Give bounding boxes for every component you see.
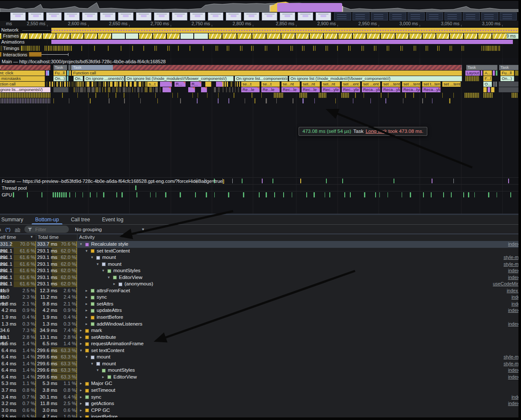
activity-cell[interactable]: ▸ EditorView index.js — [77, 374, 521, 381]
flame-event-run-microtasks[interactable]: Run microtasks — [0, 76, 45, 81]
column-header-self-time[interactable]: Self time — [0, 235, 16, 240]
flame-event-reca-yle[interactable]: Reca...yle — [382, 87, 400, 92]
flame-event-on[interactable]: On...) — [53, 76, 66, 81]
table-row[interactable]: 291.1 ms61.6 % 293.1 ms62.0 % ▾ mount st… — [0, 261, 521, 268]
flame-event-on-ignore-lis-omponents[interactable]: On ignore lis...omponents\/) — [0, 87, 50, 92]
column-header-activity[interactable]: Activity — [79, 235, 95, 240]
filmstrip-thumbnail[interactable] — [190, 12, 205, 21]
activity-cell[interactable]: ▸ setTimeout — [77, 387, 521, 394]
disclosure-triangle-icon[interactable]: ▸ — [86, 301, 88, 308]
match-case-toggle-icon[interactable]: ab — [15, 227, 21, 232]
flame-event-se-t[interactable]: se...t — [241, 82, 260, 87]
flame-event-on[interactable]: On...) — [500, 76, 514, 81]
disclosure-triangle-icon[interactable]: ▸ — [86, 288, 88, 294]
flame-event-event-click[interactable]: Event: click — [0, 70, 45, 76]
flame-event-set-t-tent[interactable]: set t...tent — [422, 82, 441, 87]
filmstrip-thumbnail[interactable] — [226, 12, 241, 21]
tab-summary[interactable]: Summary — [0, 215, 29, 224]
flame-event-set-tent[interactable]: set ...tent — [382, 82, 400, 87]
disclosure-triangle-icon[interactable]: ▸ — [113, 281, 115, 288]
activity-cell[interactable]: ▸ setAttrs index. — [77, 301, 521, 308]
activity-cell[interactable]: ▾ mount style-mod — [77, 261, 521, 268]
flame-event[interactable] — [465, 76, 479, 81]
flame-event-task[interactable]: Task — [53, 65, 67, 70]
disclosure-triangle-icon[interactable]: ▾ — [86, 354, 88, 361]
filmstrip-thumbnail[interactable] — [28, 12, 44, 21]
flame-event[interactable] — [53, 87, 68, 92]
table-row[interactable]: 3.4 ms0.7 % 30.1 ms6.4 % ▸ sync index. — [0, 394, 521, 401]
flame-event-r[interactable]: R... — [190, 82, 201, 87]
filmstrip-thumbnail[interactable] — [154, 12, 169, 21]
table-row[interactable]: 291.1 ms61.6 % 293.1 ms62.0 % ▾ mount st… — [0, 254, 521, 261]
table-row[interactable]: 13.1 ms2.8 % 13.1 ms2.8 % ▸ setAttribute — [0, 334, 521, 341]
toolbar-clipped-icon[interactable]: a — [0, 227, 1, 232]
flame-event-task[interactable]: Task — [466, 65, 497, 70]
filmstrip-thumbnail[interactable] — [280, 12, 295, 21]
flame-event-rec-yle[interactable]: Rec...yle — [322, 87, 340, 92]
flame-event[interactable] — [488, 87, 490, 92]
flame-event-set-ent[interactable]: set ...ent — [362, 82, 380, 87]
disclosure-triangle-icon[interactable]: ▾ — [91, 254, 93, 261]
flame-event[interactable] — [499, 87, 521, 92]
filmstrip[interactable] — [0, 12, 521, 21]
filmstrip-thumbnail[interactable] — [262, 12, 277, 21]
frame-tile[interactable] — [237, 33, 252, 39]
table-row[interactable]: 6.5 ms1.4 % 6.5 ms1.4 % ▸ requestAnimati… — [0, 341, 521, 347]
activity-cell[interactable]: ▸ attrsFromFacet index.js: — [77, 288, 521, 294]
activity-cell[interactable]: ▸ CPP GC — [77, 407, 521, 414]
source-link[interactable]: useCodeMirror — [493, 281, 521, 288]
flame-event[interactable] — [68, 65, 70, 70]
filmstrip-thumbnail[interactable] — [118, 12, 133, 21]
frame-tile[interactable] — [353, 33, 366, 39]
table-row[interactable]: 331.2 ms70.0 % 333.7 ms70.6 % ▾ Recalcul… — [0, 241, 521, 248]
disclosure-triangle-icon[interactable]: ▸ — [80, 387, 82, 394]
frame-tile[interactable] — [29, 33, 42, 39]
filmstrip-thumbnail[interactable] — [463, 12, 480, 21]
disclosure-triangle-icon[interactable]: ▾ — [108, 274, 110, 281]
disclosure-triangle-icon[interactable]: ▾ — [86, 248, 88, 255]
disclosure-triangle-icon[interactable]: ▸ — [80, 394, 82, 401]
flame-event-re-le[interactable]: Re...le — [261, 87, 280, 92]
activity-cell[interactable]: ▸ sync index. — [77, 394, 521, 401]
grouping-caret-icon[interactable]: ▼ — [141, 227, 145, 232]
table-row[interactable]: 291.1 ms61.6 % 293.1 ms62.0 % ▾ mountSty… — [0, 267, 521, 274]
frame-tile[interactable] — [324, 33, 337, 39]
activity-cell[interactable]: ▸ getActions index.js — [77, 400, 521, 407]
table-row[interactable]: 6.4 ms1.4 % 299.6 ms63.3 % ▾ mountStyles… — [0, 367, 521, 374]
frame-title[interactable]: Frame — https://id-preview--bd53fd9d-728… — [2, 179, 222, 184]
flame-event-o[interactable]: O... — [483, 82, 492, 87]
flame-event[interactable] — [188, 87, 195, 92]
flame-event-r[interactable]: R... — [175, 82, 186, 87]
frame-tile[interactable] — [222, 33, 237, 39]
flame-event[interactable] — [493, 82, 495, 87]
flame-event-rec-le[interactable]: Rec...le — [302, 87, 320, 92]
flame-event-on-ignore-onents[interactable]: On ignore ...onents\/) — [84, 76, 124, 81]
flame-event[interactable] — [299, 93, 307, 98]
activity-cell[interactable]: ▾ mountStyles index.js — [77, 367, 521, 374]
flame-event-function-call[interactable]: Function call — [0, 82, 45, 87]
filmstrip-thumbnail[interactable] — [82, 12, 98, 21]
activity-cell[interactable]: ▾ EditorView index.js — [77, 274, 521, 281]
flame-event-fu-ll[interactable]: Fu...ll — [500, 70, 514, 76]
frame-tile[interactable] — [98, 33, 111, 39]
flame-event-rec-le[interactable]: Rec...le — [281, 87, 300, 92]
flame-event-set-nt[interactable]: set...nt — [302, 82, 320, 87]
filmstrip-thumbnail[interactable] — [208, 12, 223, 21]
frame-tile[interactable] — [464, 33, 477, 39]
frame-tile[interactable] — [310, 33, 323, 39]
frame-tile[interactable] — [478, 33, 491, 39]
flame-event-task[interactable]: Task — [0, 65, 50, 70]
disclosure-triangle-icon[interactable]: ▸ — [80, 407, 82, 414]
tab-call-tree[interactable]: Call tree — [65, 215, 96, 224]
flame-event-task[interactable]: Task — [499, 65, 521, 70]
flame-event[interactable] — [67, 76, 68, 81]
flame-event[interactable] — [496, 70, 497, 76]
activity-cell[interactable]: ▾ set textContent — [77, 347, 521, 354]
flame-event-set-tent[interactable]: set ...tent — [442, 82, 461, 87]
activity-cell[interactable]: ▸ addWindowListeners index.js — [77, 321, 521, 328]
disclosure-triangle-icon[interactable]: ▸ — [80, 341, 82, 347]
gpu-row[interactable]: GPU — [0, 191, 521, 198]
table-row[interactable]: 11.0 ms2.3 % 11.2 ms2.4 % ▸ sync index. — [0, 294, 521, 301]
filmstrip-thumbnail[interactable] — [298, 12, 313, 21]
timeline-ruler[interactable]: ms 2,550 ms2,600 ms2,650 ms2,700 ms2,750… — [0, 21, 521, 27]
